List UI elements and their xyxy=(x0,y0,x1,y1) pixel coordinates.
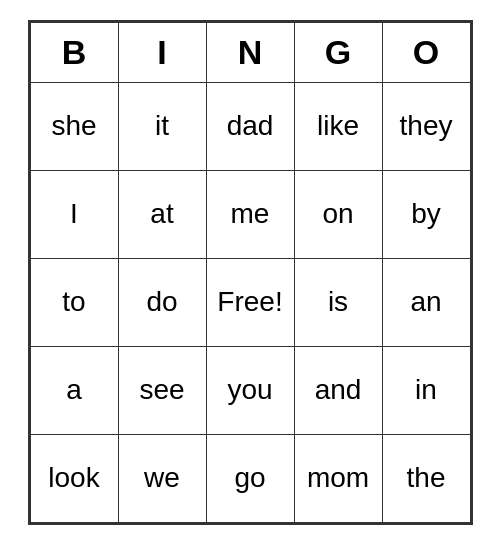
cell-0-0: she xyxy=(30,82,118,170)
cell-4-4: the xyxy=(382,434,470,522)
cell-2-3: is xyxy=(294,258,382,346)
cell-0-3: like xyxy=(294,82,382,170)
cell-1-3: on xyxy=(294,170,382,258)
cell-4-3: mom xyxy=(294,434,382,522)
cell-2-1: do xyxy=(118,258,206,346)
header-cell-i: I xyxy=(118,22,206,82)
cell-2-0: to xyxy=(30,258,118,346)
header-cell-g: G xyxy=(294,22,382,82)
cell-1-2: me xyxy=(206,170,294,258)
table-row: lookwegomomthe xyxy=(30,434,470,522)
bingo-table: BINGO sheitdadliketheyIatmeonbytodoFree!… xyxy=(30,22,471,523)
cell-1-4: by xyxy=(382,170,470,258)
cell-3-2: you xyxy=(206,346,294,434)
table-row: sheitdadlikethey xyxy=(30,82,470,170)
cell-3-4: in xyxy=(382,346,470,434)
bingo-card: BINGO sheitdadliketheyIatmeonbytodoFree!… xyxy=(28,20,473,525)
cell-1-0: I xyxy=(30,170,118,258)
table-row: aseeyouandin xyxy=(30,346,470,434)
cell-0-2: dad xyxy=(206,82,294,170)
cell-3-3: and xyxy=(294,346,382,434)
table-row: Iatmeonby xyxy=(30,170,470,258)
header-cell-o: O xyxy=(382,22,470,82)
table-row: todoFree!isan xyxy=(30,258,470,346)
cell-1-1: at xyxy=(118,170,206,258)
cell-4-0: look xyxy=(30,434,118,522)
cell-0-1: it xyxy=(118,82,206,170)
cell-2-4: an xyxy=(382,258,470,346)
cell-3-0: a xyxy=(30,346,118,434)
cell-0-4: they xyxy=(382,82,470,170)
cell-2-2: Free! xyxy=(206,258,294,346)
cell-4-2: go xyxy=(206,434,294,522)
header-row: BINGO xyxy=(30,22,470,82)
header-cell-n: N xyxy=(206,22,294,82)
header-cell-b: B xyxy=(30,22,118,82)
cell-3-1: see xyxy=(118,346,206,434)
cell-4-1: we xyxy=(118,434,206,522)
